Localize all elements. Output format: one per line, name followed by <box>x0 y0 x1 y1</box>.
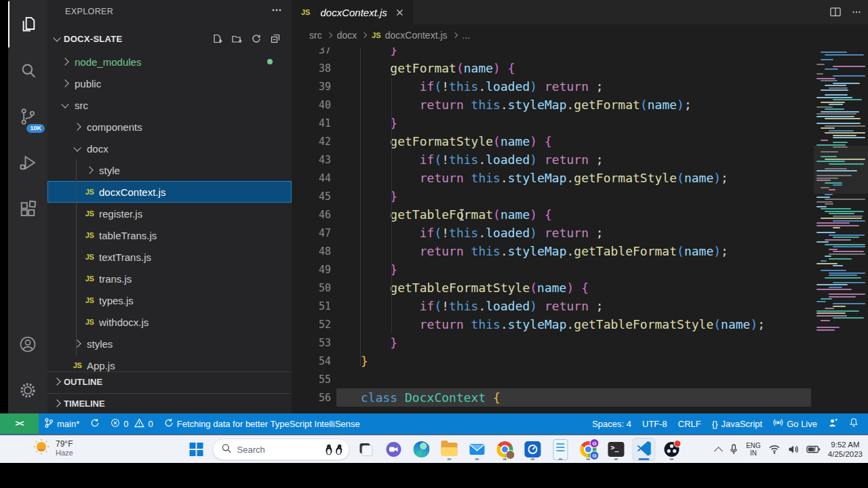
code-line-43[interactable]: 43 if(!this.loaded) return ; <box>292 150 814 169</box>
taskbar-file-explorer[interactable] <box>438 438 461 461</box>
code-line-44[interactable]: 44 return this.styleMap.getFormatStyle(n… <box>292 169 814 187</box>
bell-icon <box>849 418 859 430</box>
tree-item-register-js[interactable]: JSregister.js <box>47 203 292 224</box>
taskbar-notepad[interactable] <box>549 438 572 461</box>
activity-search-icon[interactable] <box>8 47 47 94</box>
go-live-button[interactable]: Go Live <box>768 418 823 430</box>
breadcrumb-file[interactable]: docxContext.js <box>385 30 448 41</box>
tree-item-docx[interactable]: docx <box>47 138 292 159</box>
taskbar-chrome-profile[interactable] <box>494 438 517 461</box>
taskbar-obs[interactable] <box>660 438 684 461</box>
code-line-45[interactable]: 45 } <box>292 187 814 205</box>
wifi-icon[interactable] <box>768 445 781 454</box>
tree-item-types-js[interactable]: JStypes.js <box>47 289 292 311</box>
screen: 10K EXPLORER DOCX-SLATE node_modulespubl… <box>0 0 868 488</box>
search-icon <box>222 443 232 456</box>
code-line-42[interactable]: 42 getFormatStyle(name) { <box>292 132 814 150</box>
tree-item-styles[interactable]: styles <box>47 333 292 354</box>
activity-account-icon[interactable] <box>8 321 47 367</box>
eol-status[interactable]: CRLF <box>673 419 707 429</box>
collapse-folders-icon[interactable] <box>270 33 281 44</box>
tree-item-tabletrans-js[interactable]: JStableTrans.js <box>47 224 292 246</box>
more-actions-icon[interactable] <box>271 5 282 18</box>
code-editor[interactable]: 37 }38 getFormat(name) {39 if(!this.load… <box>292 47 814 412</box>
activity-explorer-icon[interactable] <box>8 1 47 47</box>
tree-item-style[interactable]: style <box>47 159 292 181</box>
activity-run-debug-icon[interactable] <box>8 140 47 186</box>
tree-item-node-modules[interactable]: node_modules <box>47 51 292 73</box>
split-editor-icon[interactable] <box>829 5 842 19</box>
feedback-button[interactable] <box>823 418 844 430</box>
intellisense-status[interactable]: Fetching data for better TypeScript Inte… <box>159 413 366 434</box>
volume-icon[interactable] <box>788 445 799 454</box>
git-branch-status[interactable]: main* <box>39 413 85 434</box>
microphone-icon[interactable] <box>729 443 738 455</box>
code-line-51[interactable]: 51 if(!this.loaded) return ; <box>292 297 814 315</box>
breadcrumb-symbol[interactable]: ... <box>462 30 471 41</box>
new-file-icon[interactable] <box>212 33 223 45</box>
activity-source-control-icon[interactable]: 10K <box>8 94 47 140</box>
tree-item-texttrans-js[interactable]: JStextTrans.js <box>47 246 292 268</box>
encoding-status[interactable]: UTF-8 <box>637 419 673 429</box>
battery-icon[interactable] <box>806 445 821 453</box>
code-line-52[interactable]: 52 return this.styleMap.getTableFormatSt… <box>292 315 814 333</box>
breadcrumb-docx[interactable]: docx <box>337 30 357 41</box>
taskbar-chat[interactable] <box>382 438 406 461</box>
code-line-39[interactable]: 39 if(!this.loaded) return ; <box>292 77 814 96</box>
tree-item-trans-js[interactable]: JStrans.js <box>47 268 292 289</box>
activity-extensions-icon[interactable] <box>8 186 47 232</box>
tree-item-docxcontext-js[interactable]: JSdocxContext.js <box>47 181 292 203</box>
section-label: OUTLINE <box>64 377 102 387</box>
remote-indicator[interactable]: >< <box>0 413 39 434</box>
tab-docxcontext[interactable]: JS docxContext.js <box>292 0 413 24</box>
code-line-54[interactable]: 54} <box>292 352 814 370</box>
code-line-48[interactable]: 48 return this.styleMap.getTableFormat(n… <box>292 242 814 260</box>
taskbar-netspeed[interactable] <box>521 438 545 461</box>
code-line-38[interactable]: 38 getFormat(name) { <box>292 59 814 77</box>
notifications-bell[interactable] <box>844 418 864 430</box>
code-line-40[interactable]: 40 return this.styleMap.getFormat(name); <box>292 96 814 114</box>
more-actions-icon[interactable] <box>852 7 861 17</box>
code-line-56[interactable]: 56class DocxContext { <box>292 388 814 407</box>
code-line-49[interactable]: 49 } <box>292 260 814 279</box>
code-line-41[interactable]: 41 } <box>292 114 814 132</box>
clock-widget[interactable]: 9:52 AM 4/25/2023 <box>828 440 863 459</box>
start-button[interactable] <box>185 438 208 461</box>
activity-settings-icon[interactable] <box>8 367 47 413</box>
tree-item-withdocx-js[interactable]: JSwithdocx.js <box>47 311 292 333</box>
minimap[interactable] <box>814 47 868 412</box>
code-line-47[interactable]: 47 if(!this.loaded) return ; <box>292 224 814 242</box>
taskbar-chrome-google[interactable]: GG <box>577 438 600 461</box>
new-folder-icon[interactable] <box>231 33 243 45</box>
indentation-status[interactable]: Spaces: 4 <box>587 419 637 429</box>
close-icon[interactable] <box>396 9 403 16</box>
tree-item-public[interactable]: public <box>47 73 292 94</box>
taskbar-task-view[interactable] <box>355 438 378 461</box>
code-line-55[interactable]: 55 <box>292 370 814 388</box>
project-header[interactable]: DOCX-SLATE <box>47 28 292 49</box>
taskbar-terminal[interactable]: >_ <box>605 438 628 461</box>
section-outline[interactable]: OUTLINE <box>47 371 292 391</box>
code-line-37[interactable]: 37 } <box>292 47 814 59</box>
tree-item-app-js[interactable]: JSApp.js <box>47 354 292 371</box>
breadcrumb-src[interactable]: src <box>309 30 322 41</box>
tree-item-components[interactable]: components <box>47 116 292 138</box>
explorer-sidebar: EXPLORER DOCX-SLATE node_modulespublicsr… <box>47 0 292 413</box>
section-timeline[interactable]: TIMELINE <box>47 393 292 413</box>
taskbar-vscode[interactable] <box>633 438 656 461</box>
tree-item-src[interactable]: src <box>47 94 292 116</box>
taskbar-edge[interactable] <box>410 438 433 461</box>
code-line-50[interactable]: 50 getTableFormatStyle(name) { <box>292 279 814 297</box>
code-line-53[interactable]: 53 } <box>292 333 814 352</box>
refresh-icon[interactable] <box>251 33 262 44</box>
tray-overflow-chevron[interactable] <box>715 445 722 454</box>
taskbar-search[interactable]: Search <box>213 439 350 460</box>
language-mode[interactable]: {} JavaScript <box>707 419 768 429</box>
minimap-line <box>825 308 834 309</box>
language-indicator[interactable]: ENG IN <box>746 442 761 457</box>
weather-widget[interactable]: 79°F Haze <box>33 438 73 458</box>
problems-status[interactable]: 0 0 <box>105 413 158 434</box>
sync-button[interactable] <box>85 413 105 434</box>
code-line-46[interactable]: 46 getTableFormat(name) { <box>292 205 814 224</box>
taskbar-mail[interactable] <box>466 438 489 461</box>
